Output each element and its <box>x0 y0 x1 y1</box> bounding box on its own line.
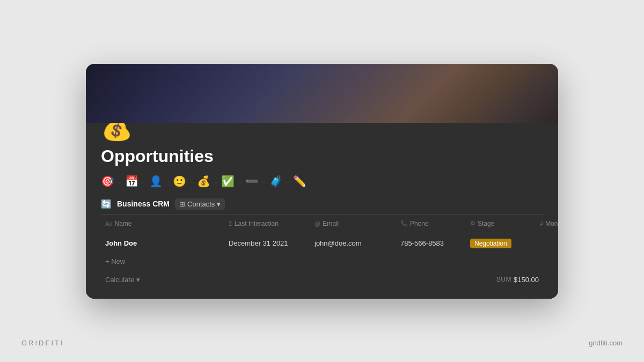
card-body: 💰 Opportunities 🎯 – 📅 – 👤 – 🙂 – 💰 – ✅ – … <box>86 112 558 299</box>
col-last-interaction-icon: Σ <box>229 220 232 227</box>
sum-value: $150.00 <box>514 276 539 284</box>
col-email-icon: @ <box>314 220 320 227</box>
cell-stage: Negotiation <box>466 235 536 252</box>
sep-4: – <box>189 177 194 186</box>
view-dropdown-icon: ▾ <box>217 200 221 208</box>
calculate-label: Calculate <box>105 276 134 284</box>
table-footer: Calculate ▾ SUM $150.00 <box>101 271 543 288</box>
icon-bar: 🎯 – 📅 – 👤 – 🙂 – 💰 – ✅ – ➖ – 🧳 – ✏️ <box>101 175 543 188</box>
col-monthly-value: # Monthly Value <box>536 218 558 230</box>
icon-bar-money: 💰 <box>197 175 210 188</box>
stage-badge: Negotiation <box>470 239 511 248</box>
col-stage-label: Stage <box>478 220 494 227</box>
sum-label: SUM <box>496 276 511 283</box>
col-name: Aa Name <box>101 218 224 230</box>
col-name-label: Name <box>114 220 131 227</box>
col-phone-label: Phone <box>410 220 429 227</box>
sep-5: – <box>214 177 218 186</box>
main-card: 💰 Opportunities 🎯 – 📅 – 👤 – 🙂 – 💰 – ✅ – … <box>86 64 558 299</box>
sep-3: – <box>166 177 170 186</box>
cell-last-interaction: December 31 2021 <box>224 235 310 252</box>
icon-bar-smile: 🙂 <box>173 175 186 188</box>
col-phone: 📞 Phone <box>396 218 466 230</box>
calculate-button[interactable]: Calculate ▾ <box>105 276 140 284</box>
table-row[interactable]: John Doe December 31 2021 john@doe.com 7… <box>101 233 543 254</box>
page-title: Opportunities <box>101 146 543 166</box>
col-monthly-value-label: Monthly Value <box>545 220 558 227</box>
icon-bar-target: 🎯 <box>101 175 114 188</box>
col-stage-icon: ⚙ <box>470 220 475 227</box>
page-wrapper: GRIDFITI gridfiti.com 💰 Opportunities 🎯 … <box>0 0 644 362</box>
icon-bar-pencil: ✏️ <box>293 175 306 188</box>
sum-area: SUM $150.00 <box>496 276 539 284</box>
col-last-interaction: Σ Last Interaction <box>224 218 310 230</box>
data-table: Aa Name Σ Last Interaction @ Email 📞 Pho… <box>101 214 543 288</box>
database-header: 🔄 Business CRM ⊞ Contacts ▾ <box>101 198 543 214</box>
col-email-label: Email <box>323 220 339 227</box>
database-title: Business CRM <box>117 200 170 208</box>
branding-left: GRIDFITI <box>21 339 64 347</box>
hero-overlay <box>86 64 558 123</box>
database-icon: 🔄 <box>101 199 112 209</box>
calculate-dropdown-icon: ▾ <box>136 276 140 284</box>
icon-bar-calendar: 📅 <box>125 175 138 188</box>
cell-name: John Doe <box>101 235 224 252</box>
icon-bar-check: ✅ <box>221 175 235 188</box>
view-grid-icon: ⊞ <box>179 200 185 208</box>
sep-2: – <box>142 177 146 186</box>
cell-monthly-value: $150.00 <box>536 235 558 252</box>
sep-7: – <box>262 177 266 186</box>
col-stage: ⚙ Stage <box>466 218 536 230</box>
hero-image <box>86 64 558 123</box>
icon-bar-minus: ➖ <box>245 175 259 188</box>
sep-8: – <box>286 177 290 186</box>
cell-email: john@doe.com <box>310 235 396 252</box>
col-email: @ Email <box>310 218 396 230</box>
table-header-row: Aa Name Σ Last Interaction @ Email 📞 Pho… <box>101 215 543 233</box>
col-last-interaction-label: Last Interaction <box>235 220 279 227</box>
view-label: Contacts <box>187 200 215 208</box>
view-selector-button[interactable]: ⊞ Contacts ▾ <box>175 198 225 210</box>
icon-bar-person: 👤 <box>149 175 163 188</box>
col-phone-icon: 📞 <box>400 220 408 227</box>
sep-6: – <box>238 177 242 186</box>
sep-1: – <box>118 177 122 186</box>
icon-bar-briefcase: 🧳 <box>269 175 283 188</box>
col-monthly-value-icon: # <box>540 220 543 227</box>
new-row-label: + New <box>105 257 125 265</box>
branding-right: gridfiti.com <box>589 339 623 347</box>
new-row-button[interactable]: + New <box>101 254 543 269</box>
cell-phone: 785-566-8583 <box>396 235 466 252</box>
col-name-icon: Aa <box>105 220 112 227</box>
